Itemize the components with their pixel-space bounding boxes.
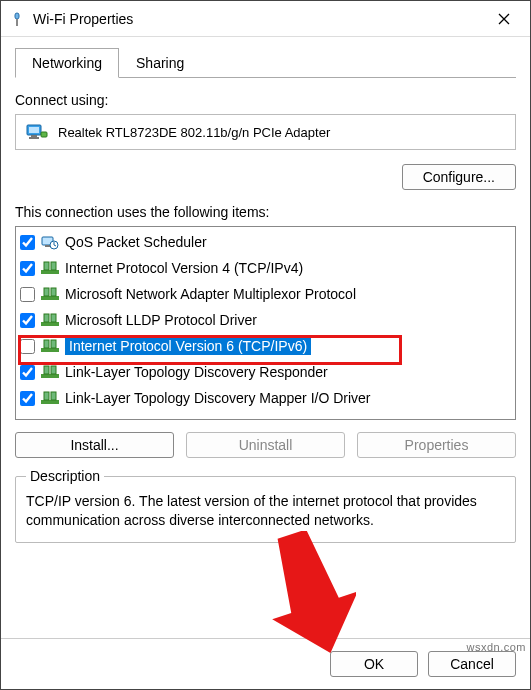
tab-networking[interactable]: Networking (15, 48, 119, 78)
description-text: TCP/IP version 6. The latest version of … (26, 492, 505, 530)
svg-rect-18 (51, 314, 56, 322)
svg-rect-15 (51, 288, 56, 296)
svg-rect-13 (41, 296, 59, 300)
item-action-buttons: Install... Uninstall Properties (15, 432, 516, 458)
protocol-icon (41, 234, 59, 250)
list-item[interactable]: Link-Layer Topology Discovery Responder (16, 359, 515, 385)
item-label: Internet Protocol Version 6 (TCP/IPv6) (65, 337, 311, 355)
svg-rect-26 (44, 392, 49, 400)
ok-button[interactable]: OK (330, 651, 418, 677)
protocol-icon (41, 260, 59, 276)
svg-rect-4 (31, 135, 37, 137)
list-item[interactable]: Internet Protocol Version 4 (TCP/IPv4) (16, 255, 515, 281)
configure-button[interactable]: Configure... (402, 164, 516, 190)
description-legend: Description (26, 468, 104, 484)
item-checkbox[interactable] (20, 339, 35, 354)
list-item[interactable]: QoS Packet Scheduler (16, 229, 515, 255)
protocol-icon (41, 312, 59, 328)
svg-rect-16 (41, 322, 59, 326)
svg-rect-19 (41, 348, 59, 352)
item-checkbox[interactable] (20, 313, 35, 328)
list-item[interactable]: Microsoft LLDP Protocol Driver (16, 307, 515, 333)
item-label: Microsoft LLDP Protocol Driver (65, 312, 257, 328)
item-label: QoS Packet Scheduler (65, 234, 207, 250)
uninstall-button[interactable]: Uninstall (186, 432, 345, 458)
item-checkbox[interactable] (20, 391, 35, 406)
svg-rect-3 (29, 127, 39, 133)
protocol-icon (41, 390, 59, 406)
items-label: This connection uses the following items… (15, 204, 516, 220)
svg-rect-6 (41, 132, 47, 137)
svg-rect-0 (15, 13, 19, 19)
protocol-icon (41, 286, 59, 302)
item-checkbox[interactable] (20, 365, 35, 380)
adapter-display[interactable]: Realtek RTL8723DE 802.11b/g/n PCIe Adapt… (15, 114, 516, 150)
svg-rect-10 (41, 270, 59, 274)
svg-rect-25 (41, 400, 59, 404)
close-button[interactable] (486, 1, 522, 37)
adapter-name: Realtek RTL8723DE 802.11b/g/n PCIe Adapt… (58, 125, 330, 140)
titlebar: Wi-Fi Properties (1, 1, 530, 37)
list-item[interactable]: Internet Protocol Version 6 (TCP/IPv6) (16, 333, 515, 359)
tab-sharing[interactable]: Sharing (119, 48, 201, 78)
svg-rect-24 (51, 366, 56, 374)
item-label: Link-Layer Topology Discovery Mapper I/O… (65, 390, 371, 406)
svg-rect-8 (45, 245, 50, 247)
svg-rect-22 (41, 374, 59, 378)
svg-rect-11 (44, 262, 49, 270)
item-checkbox[interactable] (20, 261, 35, 276)
window-title: Wi-Fi Properties (33, 11, 486, 27)
svg-rect-1 (16, 19, 18, 26)
svg-rect-14 (44, 288, 49, 296)
dialog-footer: OK Cancel (1, 638, 530, 689)
item-label: Link-Layer Topology Discovery Responder (65, 364, 328, 380)
network-adapter-icon (26, 123, 48, 141)
item-label: Internet Protocol Version 4 (TCP/IPv4) (65, 260, 303, 276)
list-item[interactable]: Microsoft Network Adapter Multiplexor Pr… (16, 281, 515, 307)
cancel-button[interactable]: Cancel (428, 651, 516, 677)
svg-rect-17 (44, 314, 49, 322)
wifi-icon (9, 11, 25, 27)
connect-using-label: Connect using: (15, 92, 516, 108)
protocol-icon (41, 364, 59, 380)
wifi-properties-dialog: Wi-Fi Properties Networking Sharing Conn… (0, 0, 531, 690)
protocol-icon (41, 338, 59, 354)
item-checkbox[interactable] (20, 287, 35, 302)
description-group: Description TCP/IP version 6. The latest… (15, 468, 516, 543)
svg-rect-20 (44, 340, 49, 348)
watermark: wsxdn.com (466, 641, 526, 653)
svg-rect-5 (29, 137, 39, 139)
tab-strip: Networking Sharing (15, 47, 516, 78)
svg-rect-27 (51, 392, 56, 400)
properties-button[interactable]: Properties (357, 432, 516, 458)
svg-rect-23 (44, 366, 49, 374)
connection-items-list[interactable]: QoS Packet SchedulerInternet Protocol Ve… (15, 226, 516, 420)
dialog-content: Networking Sharing Connect using: Realte… (1, 37, 530, 638)
svg-rect-21 (51, 340, 56, 348)
svg-rect-12 (51, 262, 56, 270)
item-label: Microsoft Network Adapter Multiplexor Pr… (65, 286, 356, 302)
install-button[interactable]: Install... (15, 432, 174, 458)
list-item[interactable]: Link-Layer Topology Discovery Mapper I/O… (16, 385, 515, 411)
item-checkbox[interactable] (20, 235, 35, 250)
